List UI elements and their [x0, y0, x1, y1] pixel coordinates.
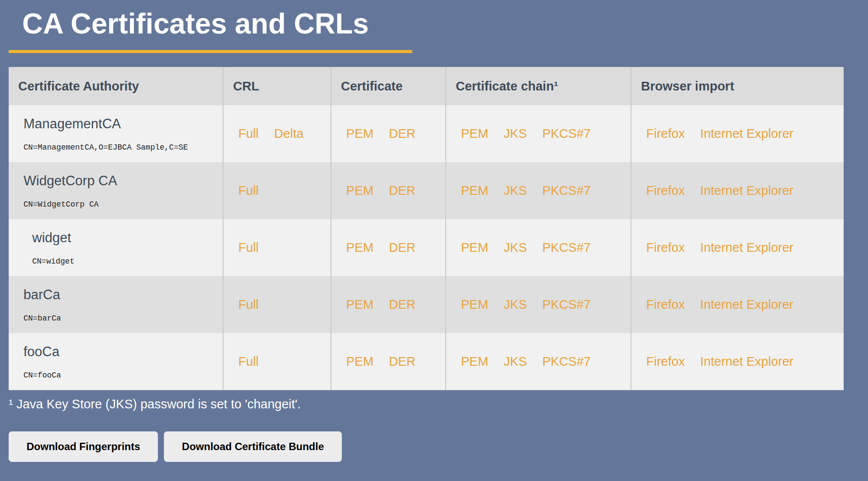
certificate-der-link[interactable]: DER: [389, 354, 415, 368]
column-header-certificate: Certificate: [331, 67, 446, 105]
chain-pkcs7-link[interactable]: PKCS#7: [542, 240, 591, 254]
chain-pem-link[interactable]: PEM: [461, 297, 488, 311]
certificate-der-link[interactable]: DER: [389, 240, 415, 254]
crl-delta-link[interactable]: Delta: [274, 127, 304, 140]
ca-name: fooCa: [23, 344, 223, 360]
chain-pkcs7-link[interactable]: PKCS#7: [542, 297, 591, 311]
certificate-pem-link[interactable]: PEM: [346, 354, 374, 368]
chain-jks-link[interactable]: JKS: [504, 240, 527, 254]
ca-table: Certificate Authority CRL Certificate Ce…: [9, 67, 844, 390]
chain-pem-link[interactable]: PEM: [461, 240, 488, 254]
ca-dn: CN=widget: [32, 257, 223, 266]
browser-import-internet-explorer-link[interactable]: Internet Explorer: [700, 127, 793, 140]
ca-dn: CN=barCa: [23, 314, 223, 323]
browser-import-internet-explorer-link[interactable]: Internet Explorer: [700, 354, 793, 368]
chain-pem-link[interactable]: PEM: [461, 184, 488, 197]
certificate-der-link[interactable]: DER: [389, 127, 415, 140]
ca-row-widgetcorp-ca: WidgetCorp CA CN=WidgetCorp CA Full PEM …: [9, 162, 844, 219]
ca-info: WidgetCorp CA CN=WidgetCorp CA: [23, 173, 223, 209]
ca-row-barca: barCa CN=barCa Full PEM DER PEM JKS PKCS…: [9, 276, 844, 333]
browser-import-internet-explorer-link[interactable]: Internet Explorer: [700, 297, 793, 311]
chain-jks-link[interactable]: JKS: [504, 297, 527, 311]
column-header-certificate-chain: Certificate chain¹: [446, 67, 631, 105]
chain-pem-link[interactable]: PEM: [461, 127, 488, 140]
title-underline: [9, 50, 412, 53]
ca-info: fooCa CN=fooCa: [23, 344, 223, 380]
ca-row-fooca: fooCa CN=fooCa Full PEM DER PEM JKS PKCS…: [9, 333, 844, 390]
ca-info-sub-ca: widget CN=widget: [23, 230, 223, 266]
browser-import-firefox-link[interactable]: Firefox: [646, 297, 685, 311]
ca-info: ManagementCA CN=ManagementCA,O=EJBCA Sam…: [23, 116, 223, 152]
crl-full-link[interactable]: Full: [238, 127, 259, 140]
browser-import-firefox-link[interactable]: Firefox: [646, 184, 685, 197]
ca-name: widget: [32, 230, 223, 246]
ca-info: barCa CN=barCa: [23, 287, 223, 323]
ca-row-managementca: ManagementCA CN=ManagementCA,O=EJBCA Sam…: [9, 105, 844, 162]
certificate-der-link[interactable]: DER: [389, 297, 415, 311]
column-header-browser-import: Browser import: [631, 67, 844, 105]
crl-full-link[interactable]: Full: [238, 184, 259, 197]
chain-jks-link[interactable]: JKS: [504, 354, 527, 368]
ca-name: WidgetCorp CA: [23, 173, 223, 189]
certificate-pem-link[interactable]: PEM: [346, 184, 374, 197]
chain-jks-link[interactable]: JKS: [504, 184, 527, 197]
browser-import-firefox-link[interactable]: Firefox: [646, 240, 685, 254]
certificate-pem-link[interactable]: PEM: [346, 127, 374, 140]
certificate-pem-link[interactable]: PEM: [346, 297, 374, 311]
browser-import-internet-explorer-link[interactable]: Internet Explorer: [700, 240, 793, 254]
crl-full-link[interactable]: Full: [238, 240, 259, 254]
column-header-certificate-authority: Certificate Authority: [9, 67, 223, 105]
ca-certificates-page: CA Certificates and CRLs Certificate Aut…: [0, 0, 868, 462]
ca-dn: CN=fooCa: [23, 371, 223, 380]
certificate-pem-link[interactable]: PEM: [346, 240, 374, 254]
download-certificate-bundle-button[interactable]: Download Certificate Bundle: [164, 431, 342, 462]
ca-name: barCa: [23, 287, 223, 303]
download-fingerprints-button[interactable]: Download Fingerprints: [9, 431, 158, 462]
column-header-crl: CRL: [223, 67, 331, 105]
crl-full-link[interactable]: Full: [238, 354, 259, 368]
certificate-der-link[interactable]: DER: [389, 184, 415, 197]
page-title: CA Certificates and CRLs: [9, 0, 859, 38]
chain-pkcs7-link[interactable]: PKCS#7: [542, 184, 591, 197]
ca-dn: CN=WidgetCorp CA: [23, 200, 223, 209]
chain-jks-link[interactable]: JKS: [504, 127, 527, 140]
ca-dn: CN=ManagementCA,O=EJBCA Sample,C=SE: [23, 143, 223, 152]
chain-pkcs7-link[interactable]: PKCS#7: [542, 354, 591, 368]
ca-row-widget: widget CN=widget Full PEM DER PEM JKS PK…: [9, 219, 844, 276]
chain-pkcs7-link[interactable]: PKCS#7: [542, 127, 591, 140]
browser-import-firefox-link[interactable]: Firefox: [646, 127, 685, 140]
ca-name: ManagementCA: [23, 116, 223, 132]
browser-import-firefox-link[interactable]: Firefox: [646, 354, 685, 368]
chain-pem-link[interactable]: PEM: [461, 354, 488, 368]
crl-full-link[interactable]: Full: [238, 297, 259, 311]
jks-password-footnote: ¹ Java Key Store (JKS) password is set t…: [9, 397, 859, 411]
table-header-row: Certificate Authority CRL Certificate Ce…: [9, 67, 844, 105]
action-buttons: Download Fingerprints Download Certifica…: [9, 431, 859, 462]
browser-import-internet-explorer-link[interactable]: Internet Explorer: [700, 184, 793, 197]
